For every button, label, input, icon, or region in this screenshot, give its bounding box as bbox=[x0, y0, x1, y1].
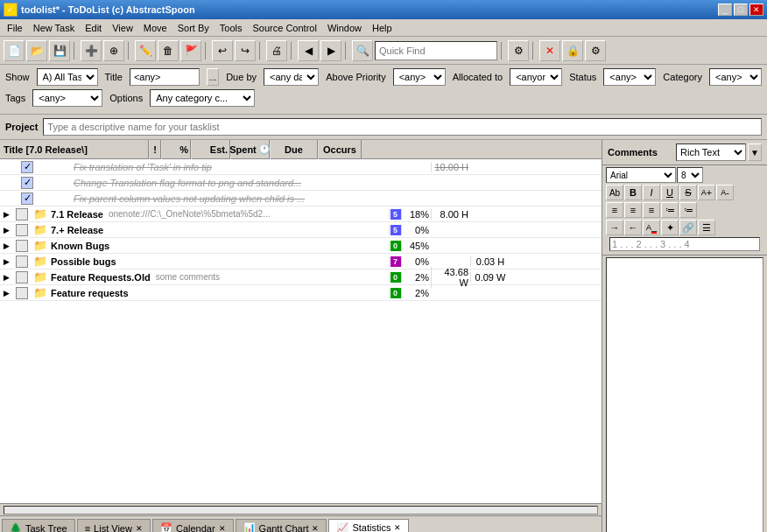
task-list[interactable]: ✓ Fix translation of 'Task' in info tip … bbox=[0, 159, 602, 503]
close-button[interactable]: ✕ bbox=[749, 4, 763, 16]
delete-button[interactable]: 🗑 bbox=[158, 40, 179, 61]
task-expand-7[interactable]: ▶ bbox=[4, 257, 12, 266]
align-right-button[interactable]: ≡ bbox=[643, 202, 660, 218]
outdent-button[interactable]: ← bbox=[624, 220, 642, 235]
options-select[interactable]: Any category c... bbox=[150, 89, 255, 107]
font-color-button[interactable]: A_ bbox=[643, 220, 660, 235]
table-row[interactable]: ▶ 📁 7.+ Release 5 0% bbox=[0, 222, 602, 238]
category-select[interactable]: <any> bbox=[709, 68, 762, 86]
maximize-button[interactable]: □ bbox=[734, 4, 748, 16]
allocated-select[interactable]: <anyone> bbox=[510, 68, 562, 86]
title-search-button[interactable]: ... bbox=[207, 68, 219, 86]
highlight-button[interactable]: ✦ bbox=[661, 220, 679, 235]
task-expand-6[interactable]: ▶ bbox=[4, 242, 12, 250]
menu-edit[interactable]: Edit bbox=[80, 21, 107, 35]
save-button[interactable]: 💾 bbox=[49, 40, 70, 61]
menu-file[interactable]: File bbox=[2, 21, 28, 35]
hyperlink-button[interactable]: 🔗 bbox=[679, 220, 697, 235]
gantt-close-icon[interactable]: ✕ bbox=[312, 524, 319, 533]
title-input[interactable] bbox=[130, 68, 200, 86]
task-checkbox-6[interactable] bbox=[16, 240, 28, 252]
font-family-select[interactable]: Arial bbox=[606, 167, 676, 183]
settings-button[interactable]: ⚙ bbox=[585, 40, 606, 61]
task-expand-8[interactable]: ▶ bbox=[4, 273, 12, 282]
status-select[interactable]: <any> bbox=[603, 68, 656, 86]
table-row[interactable]: ✓ Fix parent column values not updating … bbox=[0, 191, 602, 206]
table-row[interactable]: ▶ 📁 7.1 Release onenote:///C:\_OneNote\%… bbox=[0, 206, 602, 222]
lock-button[interactable]: 🔒 bbox=[562, 40, 583, 61]
open-file-button[interactable]: 📂 bbox=[26, 40, 47, 61]
delete-task-button[interactable]: ✕ bbox=[539, 40, 560, 61]
show-select[interactable]: A) All Tasks bbox=[37, 68, 98, 86]
above-priority-select[interactable]: <any> bbox=[393, 68, 446, 86]
task-checkbox-9[interactable] bbox=[16, 287, 28, 299]
format-ab-button[interactable]: Ab bbox=[606, 185, 623, 200]
task-checkbox-8[interactable] bbox=[16, 271, 28, 284]
table-row[interactable]: ▶ 📁 Feature requests 0 2% bbox=[0, 285, 602, 301]
menu-help[interactable]: Help bbox=[367, 21, 398, 35]
add-subtask-button[interactable]: ⊕ bbox=[103, 40, 124, 61]
tab-tasktree[interactable]: 🌲 Task Tree bbox=[2, 519, 75, 532]
menu-view[interactable]: View bbox=[107, 21, 138, 35]
menu-move[interactable]: Move bbox=[138, 21, 172, 35]
format-underline-button[interactable]: U bbox=[661, 185, 679, 200]
format-strike-button[interactable]: S bbox=[679, 185, 697, 200]
task-expand-4[interactable]: ▶ bbox=[4, 210, 12, 219]
print-button[interactable]: 🖨 bbox=[266, 40, 287, 61]
task-checkbox-3[interactable]: ✓ bbox=[21, 192, 33, 205]
comments-format-button[interactable]: ▼ bbox=[748, 144, 762, 161]
new-file-button[interactable]: 📄 bbox=[4, 40, 25, 61]
flag-button[interactable]: 🚩 bbox=[180, 40, 201, 61]
add-task-button[interactable]: ➕ bbox=[81, 40, 102, 61]
align-center-button[interactable]: ≡ bbox=[624, 202, 642, 218]
dueby-select[interactable]: <any date> bbox=[264, 68, 319, 86]
quick-find-input[interactable] bbox=[375, 41, 497, 60]
edit-button[interactable]: ✏️ bbox=[135, 40, 156, 61]
tags-select[interactable]: <any> bbox=[32, 89, 102, 107]
task-expand-5[interactable]: ▶ bbox=[4, 226, 12, 234]
table-row[interactable]: ✓ Fix translation of 'Task' in info tip … bbox=[0, 159, 602, 175]
task-checkbox-4[interactable] bbox=[16, 208, 28, 220]
redo-button[interactable]: ↪ bbox=[235, 40, 256, 61]
menu-sortby[interactable]: Sort By bbox=[172, 21, 215, 35]
table-row[interactable]: ▶ 📁 Possible bugs 7 0% 0.03 H bbox=[0, 254, 602, 270]
menu-newtask[interactable]: New Task bbox=[28, 21, 80, 35]
format-superscript-button[interactable]: A+ bbox=[698, 185, 715, 200]
task-checkbox-5[interactable] bbox=[16, 224, 28, 236]
align-left-button[interactable]: ≡ bbox=[606, 202, 623, 218]
task-checkbox-1[interactable]: ✓ bbox=[21, 161, 33, 173]
menu-window[interactable]: Window bbox=[322, 21, 367, 35]
comments-format-select[interactable]: Rich Text Plain Text Markdown bbox=[676, 144, 746, 161]
tab-statistics[interactable]: 📈 Statistics ✕ bbox=[328, 519, 409, 532]
special-button[interactable]: ☰ bbox=[698, 220, 715, 235]
comments-text-area[interactable] bbox=[606, 257, 763, 532]
nav-forward-button[interactable]: ▶ bbox=[320, 40, 341, 61]
menu-tools[interactable]: Tools bbox=[215, 21, 248, 35]
tab-listview[interactable]: ≡ List View ✕ bbox=[77, 519, 151, 532]
menu-sourcecontrol[interactable]: Source Control bbox=[248, 21, 322, 35]
listview-close-icon[interactable]: ✕ bbox=[136, 524, 143, 533]
toolbar-extra-button[interactable]: ⚙ bbox=[508, 40, 529, 61]
calendar-close-icon[interactable]: ✕ bbox=[219, 524, 226, 533]
statistics-close-icon[interactable]: ✕ bbox=[394, 523, 401, 532]
task-list-hscroll[interactable] bbox=[0, 503, 602, 515]
bullet-list-button[interactable]: ≔ bbox=[661, 202, 679, 218]
task-expand-9[interactable]: ▶ bbox=[4, 289, 12, 298]
hscroll-track[interactable] bbox=[4, 506, 598, 514]
task-checkbox-2[interactable]: ✓ bbox=[21, 177, 33, 189]
table-row[interactable]: ▶ 📁 Known Bugs 0 45% bbox=[0, 238, 602, 254]
minimize-button[interactable]: _ bbox=[718, 4, 732, 16]
project-input[interactable] bbox=[43, 118, 762, 136]
find-button[interactable]: 🔍 bbox=[352, 40, 373, 61]
format-italic-button[interactable]: I bbox=[643, 185, 660, 200]
tab-calendar[interactable]: 📅 Calendar ✕ bbox=[152, 519, 234, 532]
undo-button[interactable]: ↩ bbox=[212, 40, 233, 61]
numbered-list-button[interactable]: ≔ bbox=[679, 202, 697, 218]
table-row[interactable]: ✓ Change Translation flag format to png … bbox=[0, 175, 602, 191]
format-bold-button[interactable]: B bbox=[624, 185, 642, 200]
format-subscript-button[interactable]: A- bbox=[716, 185, 734, 200]
font-size-select[interactable]: 8 bbox=[677, 167, 703, 183]
task-checkbox-7[interactable] bbox=[16, 256, 28, 268]
nav-back-button[interactable]: ◀ bbox=[298, 40, 319, 61]
indent-button[interactable]: → bbox=[606, 220, 623, 235]
